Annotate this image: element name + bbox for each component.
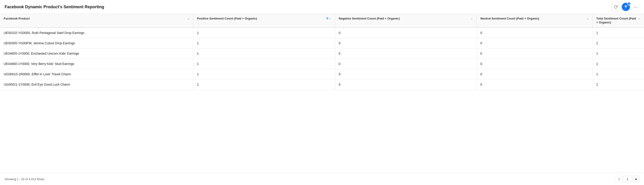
cell-positive-3: 1 (193, 58, 335, 69)
cell-product-3: UE04660-1Y0000, Very Berry Kids' Stud Ea… (0, 58, 193, 69)
cell-product-5: UG00021-1Y0000, Evil Eye Good Luck Charm (0, 79, 193, 90)
cell-neutral-0: 0 (476, 27, 592, 38)
showing-text: Showing 1 - 20 of 4,013 Rows (4, 178, 44, 181)
col-header-total-icons: ⌄ (638, 17, 640, 20)
cell-product-4: UG00010-1R0000, Eiffel In Love' Travel C… (0, 69, 193, 79)
table-container: Facebook Product ⌄ Positive Sentiment Co… (0, 14, 644, 173)
footer: Showing 1 - 20 of 4,013 Rows ◀ ▶ (0, 173, 644, 185)
header-actions: 1 ··· (612, 3, 640, 11)
table-row: UE04655-1Y0000, Enchanted Unicorn Kids' … (0, 48, 644, 58)
cell-positive-5: 1 (193, 79, 335, 90)
total-dropdown-icon[interactable]: ⌄ (638, 17, 640, 20)
refresh-icon (614, 5, 618, 9)
filter-icon (624, 5, 628, 9)
col-header-negative-label: Negative Sentiment Count (Paid + Organic… (339, 17, 469, 21)
more-options-icon: ··· (634, 4, 638, 9)
prev-page-button[interactable]: ◀ (616, 176, 622, 182)
product-dropdown-icon[interactable]: ⌄ (187, 17, 190, 20)
cell-neutral-1: 0 (476, 38, 592, 48)
cell-negative-5: 0 (335, 79, 476, 90)
filter-badge: 1 (627, 2, 631, 5)
col-header-positive-icons: ⌄ (326, 17, 331, 20)
col-header-total-label: Total Sentiment Count (Paid + Organic) (596, 17, 637, 24)
col-header-neutral-icons: ⌄ (586, 17, 588, 20)
cell-total-4: 1 (592, 69, 644, 79)
cell-neutral-3: 0 (476, 58, 592, 69)
cell-positive-1: 1 (193, 38, 335, 48)
col-header-product: Facebook Product ⌄ (0, 14, 193, 27)
col-header-negative-icons: ⌄ (471, 17, 473, 20)
filter-button-wrapper: 1 (622, 3, 630, 11)
col-header-product-icons: ⌄ (187, 17, 190, 20)
cell-product-0: UE00102-YG0000, Ruth Pentagonal Swirl Dr… (0, 27, 193, 38)
positive-sort-icon[interactable] (326, 17, 329, 20)
cell-negative-3: 0 (335, 58, 476, 69)
col-header-positive: Positive Sentiment Count (Paid + Organic… (193, 14, 335, 27)
next-page-button[interactable]: ▶ (633, 176, 640, 182)
table-row: UE00305-YG00PW, Jemma Cutout Drop Earrin… (0, 38, 644, 48)
cell-negative-0: 0 (335, 27, 476, 38)
data-table: Facebook Product ⌄ Positive Sentiment Co… (0, 14, 644, 90)
col-header-negative: Negative Sentiment Count (Paid + Organic… (335, 14, 476, 27)
table-body: UE00102-YG0000, Ruth Pentagonal Swirl Dr… (0, 27, 644, 90)
cell-total-5: 1 (592, 79, 644, 90)
cell-neutral-4: 0 (476, 69, 592, 79)
cell-negative-2: 0 (335, 48, 476, 58)
more-options-button[interactable]: ··· (632, 3, 640, 10)
cell-product-1: UE00305-YG00PW, Jemma Cutout Drop Earrin… (0, 38, 193, 48)
table-row: UE00102-YG0000, Ruth Pentagonal Swirl Dr… (0, 27, 644, 38)
page-title: Facebook Dynamic Product's Sentiment Rep… (4, 4, 104, 9)
pagination: ◀ ▶ (616, 176, 640, 182)
cell-neutral-2: 0 (476, 48, 592, 58)
header: Facebook Dynamic Product's Sentiment Rep… (0, 0, 644, 14)
table-row: UG00010-1R0000, Eiffel In Love' Travel C… (0, 69, 644, 79)
col-header-total: Total Sentiment Count (Paid + Organic) ⌄ (592, 14, 644, 27)
cell-total-0: 1 (592, 27, 644, 38)
col-header-product-label: Facebook Product (4, 17, 186, 21)
cell-neutral-5: 0 (476, 79, 592, 90)
neutral-dropdown-icon[interactable]: ⌄ (586, 17, 588, 20)
cell-negative-1: 0 (335, 38, 476, 48)
cell-product-2: UE04655-1Y0000, Enchanted Unicorn Kids' … (0, 48, 193, 58)
col-header-neutral: Neutral Sentiment Count (Paid + Organic)… (476, 14, 592, 27)
table-row: UG00021-1Y0000, Evil Eye Good Luck Charm… (0, 79, 644, 90)
cell-positive-4: 1 (193, 69, 335, 79)
page-number-input[interactable] (623, 176, 632, 182)
cell-negative-4: 0 (335, 69, 476, 79)
col-header-neutral-label: Neutral Sentiment Count (Paid + Organic) (480, 17, 585, 21)
negative-dropdown-icon[interactable]: ⌄ (471, 17, 473, 20)
col-header-positive-label: Positive Sentiment Count (Paid + Organic… (197, 17, 324, 21)
cell-total-2: 1 (592, 48, 644, 58)
table-header-row: Facebook Product ⌄ Positive Sentiment Co… (0, 14, 644, 27)
cell-positive-0: 1 (193, 27, 335, 38)
cell-total-1: 1 (592, 38, 644, 48)
page-wrapper: Facebook Dynamic Product's Sentiment Rep… (0, 0, 644, 185)
cell-positive-2: 1 (193, 48, 335, 58)
refresh-button[interactable] (612, 3, 620, 11)
positive-dropdown-icon[interactable]: ⌄ (329, 17, 331, 20)
table-row: UE04660-1Y0000, Very Berry Kids' Stud Ea… (0, 58, 644, 69)
cell-total-3: 1 (592, 58, 644, 69)
